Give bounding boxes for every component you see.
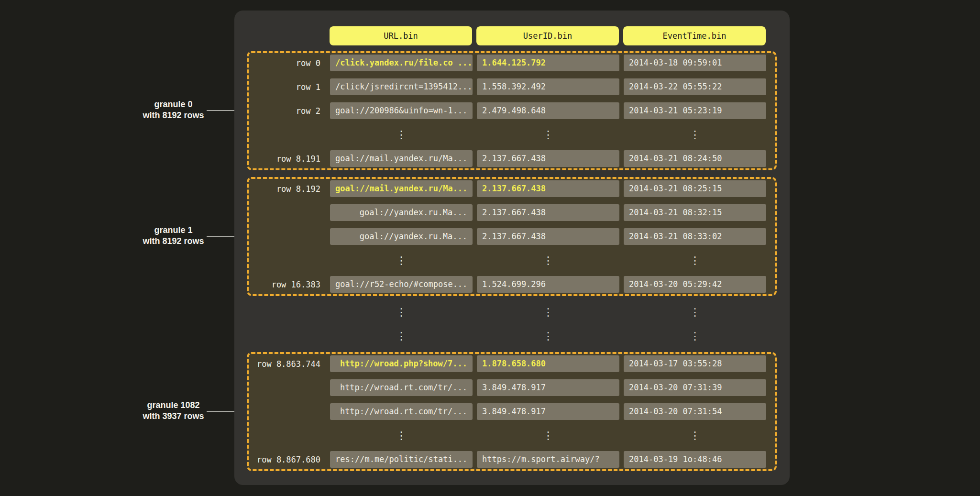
ellipsis-row: ⋮ ⋮ ⋮ bbox=[249, 252, 775, 269]
table-row: row 16.383 goal://r52-echo/#compose... 1… bbox=[249, 276, 775, 293]
cell-userid: 1.878.658.680 bbox=[477, 355, 619, 372]
vertical-ellipsis-icon: ⋮ bbox=[330, 252, 473, 269]
cell-eventtime: 2014-03-21 05:23:19 bbox=[624, 102, 766, 119]
vertical-ellipsis-icon: ⋮ bbox=[330, 328, 473, 344]
cell-eventtime: 2014-03-17 03:55:28 bbox=[624, 355, 766, 372]
cell-userid: 3.849.478.917 bbox=[477, 379, 619, 396]
ellipsis-row: ⋮ ⋮ ⋮ bbox=[249, 126, 775, 143]
cell-url: goal://yandex.ru.Ma... bbox=[330, 228, 473, 245]
cell-url: http://wroad.rt.com/tr/... bbox=[330, 379, 473, 396]
cell-userid: 3.849.478.917 bbox=[477, 403, 619, 420]
vertical-ellipsis-icon: ⋮ bbox=[477, 328, 619, 344]
ellipsis-row: ⋮ ⋮ ⋮ bbox=[249, 427, 775, 444]
cell-userid: 1.524.699.296 bbox=[477, 276, 619, 293]
table-row: row 0 /click.yandex.ru/file.co ... 1.644… bbox=[249, 55, 775, 71]
cell-eventtime: 2014-03-21 08:25:15 bbox=[624, 180, 766, 197]
vertical-ellipsis-icon: ⋮ bbox=[330, 304, 473, 320]
column-header-eventtime: EventTime.bin bbox=[623, 26, 766, 45]
cell-userid: 2.137.667.438 bbox=[477, 150, 619, 167]
cell-url: res://m.me/politic/stati... bbox=[330, 451, 473, 468]
between-granules-ellipsis: ⋮ ⋮ ⋮ ⋮ ⋮ ⋮ bbox=[249, 304, 777, 344]
cell-eventtime: 2014-03-20 05:29:42 bbox=[624, 276, 766, 293]
granule-0-arrow-icon bbox=[207, 110, 238, 111]
vertical-ellipsis-icon: ⋮ bbox=[624, 328, 766, 344]
cell-url: goal://r52-echo/#compose... bbox=[330, 276, 473, 293]
row-label: row 8.867.680 bbox=[249, 455, 330, 464]
cell-url: goal://yandex.ru.Ma... bbox=[330, 204, 473, 221]
cell-userid: 2.137.667.438 bbox=[477, 228, 619, 245]
cell-eventtime: 2014-03-21 08:33:02 bbox=[624, 228, 766, 245]
granule-1-arrow-icon bbox=[207, 236, 238, 237]
row-label: row 8.191 bbox=[249, 154, 330, 164]
granule-1082-arrow-icon bbox=[207, 411, 238, 412]
cell-url: http://wroad.php?show/7... bbox=[330, 355, 473, 372]
vertical-ellipsis-icon: ⋮ bbox=[477, 304, 619, 320]
vertical-ellipsis-icon: ⋮ bbox=[330, 427, 473, 444]
table-row: http://wroad.rt.com/tr/... 3.849.478.917… bbox=[249, 403, 775, 420]
table-row: goal://yandex.ru.Ma... 2.137.667.438 201… bbox=[249, 204, 775, 221]
cell-url: goal://mail.yandex.ru/Ma... bbox=[330, 180, 473, 197]
column-header-userid: UserID.bin bbox=[476, 26, 619, 45]
granule-0-annotation-line2: with 8192 rows bbox=[122, 110, 225, 121]
cell-eventtime: 2014-03-21 08:32:15 bbox=[624, 204, 766, 221]
table-row: row 8.191 goal://mail.yandex.ru/Ma... 2.… bbox=[249, 150, 775, 167]
cell-eventtime: 2014-03-19 1o:48:46 bbox=[624, 451, 766, 468]
cell-userid: 2.137.667.438 bbox=[477, 180, 619, 197]
cell-url: goal://mail.yandex.ru/Ma... bbox=[330, 150, 473, 167]
granule-1082-annotation-line1: granule 1082 bbox=[122, 400, 225, 411]
granule-1082-annotation-line2: with 3937 rows bbox=[122, 411, 225, 422]
granule-1-annotation-line1: granule 1 bbox=[122, 225, 225, 236]
vertical-ellipsis-icon: ⋮ bbox=[477, 427, 619, 444]
table-row: goal://yandex.ru.Ma... 2.137.667.438 201… bbox=[249, 228, 775, 245]
cell-userid: 1.644.125.792 bbox=[477, 55, 619, 71]
vertical-ellipsis-icon: ⋮ bbox=[477, 126, 619, 143]
row-label: row 1 bbox=[249, 82, 330, 92]
table-row: row 8.867.680 res://m.me/politic/stati..… bbox=[249, 451, 775, 468]
cell-eventtime: 2014-03-20 07:31:54 bbox=[624, 403, 766, 420]
table-row: row 8.863.744 http://wroad.php?show/7...… bbox=[249, 355, 775, 372]
granule-0-box: row 0 /click.yandex.ru/file.co ... 1.644… bbox=[247, 51, 777, 170]
ellipsis-row: ⋮ ⋮ ⋮ bbox=[249, 304, 777, 320]
vertical-ellipsis-icon: ⋮ bbox=[624, 304, 766, 320]
table-row: row 1 /click/jsredircnt=1395412... 1.558… bbox=[249, 78, 775, 95]
cell-userid: 1.558.392.492 bbox=[477, 78, 619, 95]
granule-1-box: row 8.192 goal://mail.yandex.ru/Ma... 2.… bbox=[247, 177, 777, 296]
granule-0-annotation-line1: granule 0 bbox=[122, 99, 225, 110]
cell-eventtime: 2014-03-20 07:31:39 bbox=[624, 379, 766, 396]
diagram-card: URL.bin UserID.bin EventTime.bin row 0 /… bbox=[234, 11, 790, 485]
table-row: row 8.192 goal://mail.yandex.ru/Ma... 2.… bbox=[249, 180, 775, 197]
vertical-ellipsis-icon: ⋮ bbox=[477, 252, 619, 269]
vertical-ellipsis-icon: ⋮ bbox=[624, 126, 766, 143]
row-label: row 2 bbox=[249, 106, 330, 116]
vertical-ellipsis-icon: ⋮ bbox=[624, 252, 766, 269]
cell-eventtime: 2014-03-18 09:59:01 bbox=[624, 55, 766, 71]
table-row: http://wroad.rt.com/tr/... 3.849.478.917… bbox=[249, 379, 775, 396]
row-label: row 0 bbox=[249, 58, 330, 68]
table-row: row 2 goal://200986&uinfo=wn-1... 2.479.… bbox=[249, 102, 775, 119]
cell-userid: 2.137.667.438 bbox=[477, 204, 619, 221]
granule-1082-box: row 8.863.744 http://wroad.php?show/7...… bbox=[247, 352, 777, 471]
row-label: row 16.383 bbox=[249, 280, 330, 289]
cell-userid: 2.479.498.648 bbox=[477, 102, 619, 119]
ellipsis-row: ⋮ ⋮ ⋮ bbox=[249, 328, 777, 344]
cell-url: /click.yandex.ru/file.co ... bbox=[330, 55, 473, 71]
vertical-ellipsis-icon: ⋮ bbox=[624, 427, 766, 444]
row-label: row 8.192 bbox=[249, 184, 330, 194]
cell-eventtime: 2014-03-21 08:24:50 bbox=[624, 150, 766, 167]
cell-eventtime: 2014-03-22 05:55:22 bbox=[624, 78, 766, 95]
cell-url: goal://200986&uinfo=wn-1... bbox=[330, 102, 473, 119]
vertical-ellipsis-icon: ⋮ bbox=[330, 126, 473, 143]
row-label: row 8.863.744 bbox=[249, 359, 330, 369]
granule-1-annotation-line2: with 8192 rows bbox=[122, 236, 225, 247]
column-header-row: URL.bin UserID.bin EventTime.bin bbox=[330, 26, 777, 45]
cell-userid: https://m.sport.airway/? bbox=[477, 451, 619, 468]
cell-url: http://wroad.rt.com/tr/... bbox=[330, 403, 473, 420]
cell-url: /click/jsredircnt=1395412... bbox=[330, 78, 473, 95]
column-header-url: URL.bin bbox=[330, 26, 472, 45]
